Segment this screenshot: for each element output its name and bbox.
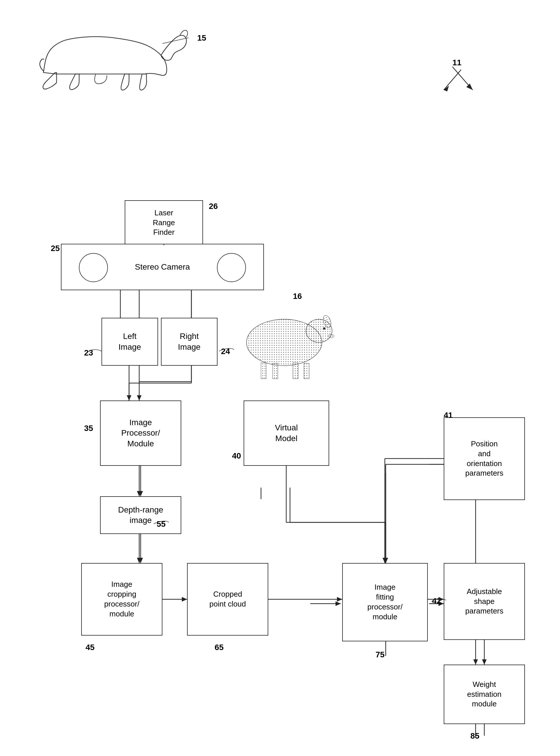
image-fitting-box: Image fitting processor/ module [342, 563, 428, 641]
stereo-camera-label: Stereo Camera [135, 263, 190, 272]
position-orientation-label: Position and orientation parameters [465, 439, 503, 478]
ref-25: 25 [51, 244, 60, 253]
image-processor-label: Image Processor/ Module [121, 417, 160, 449]
ref-85: 85 [471, 731, 479, 741]
svg-marker-67 [382, 558, 387, 563]
ref-41: 41 [444, 411, 453, 420]
svg-marker-15 [336, 601, 341, 606]
svg-marker-18 [383, 558, 388, 563]
cropped-cloud-label: Cropped point cloud [209, 589, 246, 609]
stereo-camera-box: Stereo Camera [61, 244, 264, 290]
ref15-line [145, 29, 203, 46]
svg-rect-42 [273, 363, 278, 379]
laser-range-finder-box: Laser Range Finder [125, 200, 203, 245]
ref-26: 26 [209, 202, 218, 211]
ref11-arrow [446, 64, 481, 99]
ref55-line [151, 517, 171, 528]
right-image-box: Right Image [161, 318, 218, 366]
svg-marker-9 [137, 491, 141, 496]
right-lens [217, 253, 246, 282]
ref-65: 65 [215, 643, 224, 652]
svg-marker-52 [127, 395, 132, 401]
ref-35: 35 [84, 424, 93, 433]
svg-marker-73 [482, 659, 487, 664]
svg-marker-37 [466, 83, 473, 90]
svg-marker-61 [182, 597, 187, 602]
image-cropping-label: Image cropping processor/ module [104, 580, 139, 619]
adjustable-shape-label: Adjustable shape parameters [465, 587, 503, 616]
position-orientation-box: Position and orientation parameters [444, 417, 525, 500]
ref24-line [216, 344, 236, 355]
image-fitting-label: Image fitting processor/ module [367, 582, 402, 622]
svg-marker-22 [383, 558, 388, 563]
svg-marker-5 [137, 395, 141, 401]
svg-marker-11 [137, 558, 141, 563]
svg-line-35 [162, 38, 188, 43]
ref-40: 40 [232, 451, 241, 461]
svg-point-46 [323, 327, 325, 330]
svg-rect-43 [293, 363, 298, 379]
svg-rect-44 [304, 363, 309, 379]
ref42-line [429, 594, 448, 606]
virtual-model-box: Virtual Model [244, 401, 329, 466]
cropped-cloud-box: Cropped point cloud [187, 563, 268, 636]
sheep-stippled [232, 296, 342, 383]
svg-rect-41 [261, 363, 266, 379]
weight-estimation-box: Weight estimation module [444, 664, 525, 724]
svg-marker-59 [138, 558, 143, 563]
ref-75: 75 [376, 650, 384, 659]
ref23-line [84, 345, 107, 357]
diagram-container: 15 11 [0, 0, 560, 756]
cow-outline [38, 9, 200, 93]
adjustable-shape-box: Adjustable shape parameters [444, 563, 525, 640]
ref-45: 45 [85, 643, 95, 652]
svg-marker-57 [138, 491, 143, 496]
right-image-label: Right Image [178, 331, 201, 352]
left-lens [79, 253, 108, 282]
weight-estimation-label: Weight estimation module [467, 680, 502, 709]
svg-point-47 [328, 334, 334, 338]
svg-marker-28 [473, 659, 478, 664]
image-processor-box: Image Processor/ Module [100, 401, 181, 466]
svg-marker-63 [337, 597, 342, 602]
ref-16: 16 [293, 292, 302, 301]
left-image-box: Left Image [101, 318, 158, 366]
virtual-model-label: Virtual Model [275, 423, 298, 444]
laser-range-finder-label: Laser Range Finder [153, 208, 175, 237]
image-cropping-box: Image cropping processor/ module [81, 563, 162, 636]
depth-range-box: Depth-range image [100, 496, 181, 534]
left-image-label: Left Image [119, 331, 141, 352]
